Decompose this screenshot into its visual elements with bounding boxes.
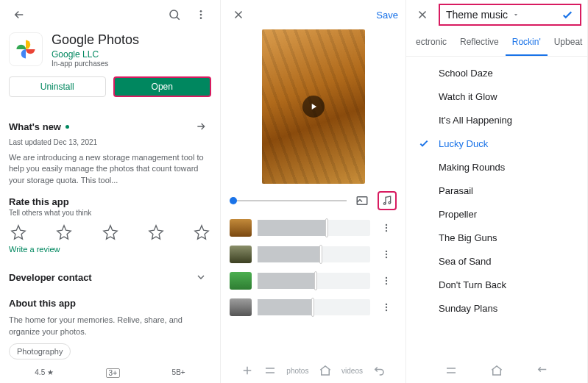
music-icon[interactable]: [378, 191, 397, 210]
back-icon[interactable]: [9, 4, 29, 25]
clip-row: [221, 215, 405, 241]
svg-point-18: [386, 309, 387, 311]
bottom-nav: photos videos: [221, 358, 405, 383]
song-label: Sea of Sand: [439, 256, 492, 267]
developer-link[interactable]: Google LLC: [52, 49, 139, 60]
open-button[interactable]: Open: [113, 76, 212, 97]
genre-tab[interactable]: Reflective: [453, 29, 506, 56]
about-body: The home for your memories. Relive, shar…: [9, 315, 211, 337]
confirm-check-icon[interactable]: [561, 8, 574, 21]
song-label: Watch it Glow: [439, 91, 497, 102]
song-item[interactable]: Sunday Plans: [406, 296, 587, 320]
star-icon[interactable]: [194, 224, 210, 240]
svg-point-0: [170, 10, 178, 18]
whats-new-body: We are introducing a new storage managem…: [9, 152, 211, 186]
genre-tab[interactable]: Rockin': [506, 29, 548, 56]
close-icon[interactable]: [228, 4, 249, 25]
nav-label-photos: photos: [286, 367, 308, 375]
app-title: Google Photos: [52, 32, 139, 48]
clip-more-icon[interactable]: [376, 218, 397, 238]
song-item[interactable]: The Big Guns: [406, 226, 587, 249]
song-label: Making Rounds: [439, 162, 505, 173]
svg-point-9: [386, 230, 387, 232]
svg-point-1: [200, 10, 202, 12]
aspect-ratio-icon[interactable]: [353, 191, 372, 210]
star-icon[interactable]: [102, 224, 118, 240]
svg-point-6: [389, 201, 391, 204]
whats-new-date: Last updated Dec 13, 2021: [9, 138, 211, 146]
timeline-slider[interactable]: [230, 200, 347, 201]
rate-title: Rate this app: [9, 196, 211, 207]
svg-point-16: [386, 304, 387, 305]
clip-more-icon[interactable]: [376, 271, 397, 291]
video-preview[interactable]: [262, 29, 365, 184]
add-icon[interactable]: [241, 364, 254, 377]
song-item[interactable]: Propeller: [406, 202, 587, 226]
svg-point-17: [386, 307, 387, 308]
song-label: Don't Turn Back: [439, 279, 506, 290]
svg-point-5: [383, 203, 386, 205]
clip-more-icon[interactable]: [376, 297, 397, 318]
song-list: School DazeWatch it GlowIt's All Happeni…: [406, 57, 587, 324]
clip-track[interactable]: [258, 273, 370, 289]
uninstall-button[interactable]: Uninstall: [9, 76, 106, 97]
clip-track[interactable]: [258, 220, 370, 236]
home-icon[interactable]: [319, 364, 332, 377]
svg-point-3: [200, 17, 202, 19]
clip-thumbnail[interactable]: [230, 272, 252, 290]
song-item[interactable]: School Daze: [406, 61, 587, 85]
song-item[interactable]: Parasail: [406, 179, 587, 202]
write-review-link[interactable]: Write a review: [9, 245, 211, 254]
genre-tab[interactable]: ectronic: [409, 29, 453, 56]
song-label: Sunday Plans: [439, 303, 497, 314]
clip-track[interactable]: [258, 246, 370, 262]
menu-icon[interactable]: [444, 364, 458, 377]
back-icon[interactable]: [536, 364, 549, 377]
system-nav: [406, 358, 587, 383]
about-title: About this app: [9, 298, 211, 309]
more-icon[interactable]: [191, 4, 211, 25]
star-icon[interactable]: [56, 224, 72, 240]
play-icon[interactable]: [302, 96, 325, 118]
star-icon[interactable]: [10, 224, 26, 240]
genre-tab[interactable]: Upbeat: [548, 29, 587, 56]
home-icon[interactable]: [490, 364, 503, 377]
clip-row: [221, 268, 405, 294]
app-header: Google Photos Google LLC In-app purchase…: [9, 32, 211, 68]
clip-row: [221, 294, 405, 321]
svg-point-7: [386, 224, 387, 226]
star-icon[interactable]: [148, 224, 164, 240]
song-item[interactable]: Sea of Sand: [406, 249, 587, 273]
clip-thumbnail[interactable]: [230, 219, 252, 237]
svg-point-14: [386, 280, 387, 282]
song-label: Lucky Duck: [439, 138, 488, 149]
save-button[interactable]: Save: [376, 10, 398, 21]
editor-pane: Save photos videos: [221, 0, 406, 383]
downloads-stat: 5B+: [172, 368, 185, 378]
undo-icon[interactable]: [372, 364, 386, 377]
clip-thumbnail[interactable]: [230, 246, 252, 263]
clip-track[interactable]: [258, 299, 370, 315]
chevron-down-icon[interactable]: [191, 267, 211, 287]
song-item[interactable]: It's All Happening: [406, 108, 587, 132]
rating-stars: [10, 224, 210, 240]
svg-point-10: [386, 251, 387, 252]
search-icon[interactable]: [164, 4, 185, 25]
close-icon[interactable]: [412, 4, 433, 25]
svg-point-12: [386, 257, 387, 258]
check-icon: [418, 137, 430, 149]
top-bar: [9, 0, 211, 29]
song-item[interactable]: Don't Turn Back: [406, 273, 587, 296]
category-chip[interactable]: Photography: [9, 343, 71, 359]
whats-new-arrow-icon[interactable]: [191, 116, 211, 137]
clip-more-icon[interactable]: [376, 244, 397, 265]
song-item[interactable]: Making Rounds: [406, 155, 587, 179]
menu-icon[interactable]: [263, 364, 277, 377]
theme-music-dropdown[interactable]: Theme music: [439, 4, 581, 26]
song-item[interactable]: Lucky Duck: [406, 132, 587, 155]
clip-thumbnail[interactable]: [230, 298, 252, 316]
song-item[interactable]: Watch it Glow: [406, 85, 587, 108]
app-stats: 4.5 ★ 3+ 5B+: [9, 368, 211, 378]
svg-point-8: [386, 227, 387, 229]
dropdown-arrow-icon: [512, 11, 520, 18]
